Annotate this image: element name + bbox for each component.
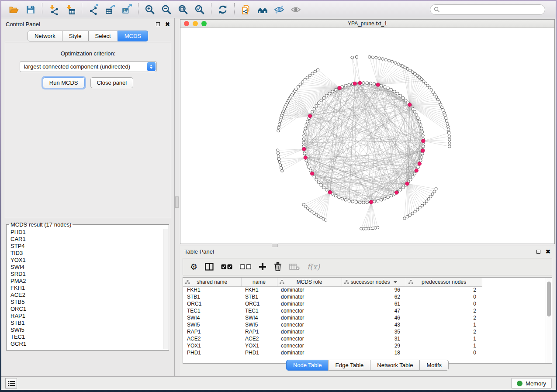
table-cell[interactable]: 43	[342, 321, 406, 328]
tab-network-table[interactable]: Network Table	[370, 360, 420, 371]
table-cell[interactable]: SWI4	[183, 314, 241, 321]
import-network-button[interactable]	[45, 3, 62, 17]
table-cell[interactable]: SWI5	[183, 321, 241, 328]
show-all-button[interactable]	[287, 3, 304, 17]
network-canvas[interactable]	[180, 28, 554, 244]
mcds-result-item[interactable]: ACE2	[7, 292, 163, 299]
refresh-button[interactable]	[214, 3, 231, 17]
close-panel-icon[interactable]: ✖	[165, 21, 170, 27]
hide-selected-button[interactable]	[271, 3, 287, 17]
delete-column-button[interactable]	[274, 260, 282, 273]
column-header-name[interactable]: name	[241, 278, 277, 286]
mcds-result-scrollbar[interactable]	[163, 229, 168, 349]
mcds-result-item[interactable]: TID3	[7, 250, 163, 257]
tab-select[interactable]: Select	[88, 31, 118, 41]
close-window-light[interactable]	[184, 21, 189, 26]
table-cell[interactable]: YOX1	[183, 342, 241, 349]
tab-network[interactable]: Network	[28, 31, 62, 41]
table-cell[interactable]: 46	[342, 314, 406, 321]
export-table-button[interactable]	[102, 3, 118, 17]
table-row[interactable]: YOX1YOX1connector291	[183, 342, 482, 349]
mcds-result-item[interactable]: YOX1	[7, 257, 163, 264]
table-scrollbar[interactable]	[546, 278, 551, 363]
table-cell[interactable]: 18	[342, 349, 406, 356]
optimization-criterion-select[interactable]: largest connected component (undirected)	[20, 61, 157, 72]
table-cell[interactable]: dominator	[277, 293, 342, 300]
table-cell[interactable]: 2	[406, 286, 482, 293]
table-cell[interactable]: dominator	[277, 328, 342, 335]
table-cell[interactable]: PHD1	[241, 349, 277, 356]
table-cell[interactable]: ACE2	[241, 335, 277, 342]
table-cell[interactable]: RAP1	[241, 328, 277, 335]
table-cell[interactable]: 96	[342, 286, 406, 293]
horizontal-splitter-grip[interactable]	[272, 244, 278, 247]
table-cell[interactable]: dominator	[277, 314, 342, 321]
show-panels-button[interactable]	[5, 378, 17, 389]
table-cell[interactable]: STB1	[183, 293, 241, 300]
mcds-result-item[interactable]: PHD1	[7, 229, 163, 236]
column-header-shared-name[interactable]: shared name	[183, 278, 241, 286]
zoom-out-button[interactable]	[158, 3, 175, 17]
table-cell[interactable]: YOX1	[241, 342, 277, 349]
maximize-window-light[interactable]	[201, 21, 207, 26]
create-column-button[interactable]	[259, 260, 266, 273]
table-cell[interactable]: 2	[406, 314, 482, 321]
close-table-panel-icon[interactable]: ✖	[546, 249, 550, 254]
select-all-columns-button[interactable]	[221, 260, 232, 273]
column-header-MCDS-role[interactable]: MCDS role	[277, 278, 342, 286]
table-cell[interactable]: SWI5	[241, 321, 277, 328]
table-cell[interactable]: TEC1	[183, 307, 241, 314]
table-cell[interactable]: 1	[406, 342, 482, 349]
table-scrollbar-thumb[interactable]	[547, 282, 551, 316]
function-builder-button[interactable]: f(x)	[307, 260, 320, 273]
table-row[interactable]: ACE2ACE2connector311	[183, 335, 482, 342]
table-cell[interactable]: 2	[406, 328, 482, 335]
run-mcds-button[interactable]: Run MCDS	[43, 77, 85, 88]
table-cell[interactable]: 35	[342, 328, 406, 335]
table-row[interactable]: ORC1ORC1dominator610	[183, 300, 482, 307]
mcds-result-item[interactable]: SWI5	[7, 327, 163, 334]
import-table-button[interactable]	[62, 3, 79, 17]
duplicate-network-button[interactable]	[238, 3, 254, 17]
tab-motifs[interactable]: Motifs	[419, 360, 449, 371]
unselect-all-columns-button[interactable]	[240, 260, 251, 273]
table-cell[interactable]: TEC1	[241, 307, 277, 314]
table-cell[interactable]: dominator	[277, 300, 342, 307]
delete-table-button[interactable]	[289, 260, 300, 273]
float-panel-icon[interactable]	[156, 22, 160, 26]
table-cell[interactable]: STB1	[241, 293, 277, 300]
mcds-result-item[interactable]: SRD1	[7, 271, 163, 278]
table-cell[interactable]: connector	[277, 335, 342, 342]
table-cell[interactable]: connector	[277, 321, 342, 328]
table-cell[interactable]: ACE2	[183, 335, 241, 342]
mcds-result-item[interactable]: FKH1	[7, 285, 163, 292]
table-cell[interactable]: 0	[406, 349, 482, 356]
table-settings-button[interactable]: ⚙	[190, 260, 197, 273]
table-cell[interactable]: FKH1	[241, 286, 277, 293]
table-cell[interactable]: 61	[342, 300, 406, 307]
zoom-fit-button[interactable]	[175, 3, 191, 17]
export-network-button[interactable]	[85, 3, 102, 17]
table-cell[interactable]: 47	[342, 307, 406, 314]
column-header-predecessor-nodes[interactable]: predecessor nodes	[406, 278, 482, 286]
table-row[interactable]: TEC1TEC1connector472	[183, 307, 482, 314]
table-cell[interactable]: 31	[342, 335, 406, 342]
table-row[interactable]: SWI4SWI4dominator462	[183, 314, 482, 321]
export-image-button[interactable]	[118, 3, 135, 17]
splitter-grip[interactable]	[175, 196, 179, 208]
mcds-result-item[interactable]: TEC1	[7, 334, 163, 340]
minimize-window-light[interactable]	[193, 21, 198, 26]
mcds-result-item[interactable]: STP4	[7, 243, 163, 250]
table-cell[interactable]: dominator	[277, 349, 342, 356]
table-cell[interactable]: PHD1	[183, 349, 241, 356]
mcds-result-item[interactable]: PMA2	[7, 278, 163, 285]
save-button[interactable]	[22, 3, 39, 17]
table-cell[interactable]: 0	[406, 293, 482, 300]
table-cell[interactable]: 1	[406, 321, 482, 328]
search-input[interactable]	[443, 7, 541, 13]
close-panel-button[interactable]: Close panel	[90, 77, 134, 88]
table-cell[interactable]: 1	[406, 335, 482, 342]
mcds-result-item[interactable]: STB1	[7, 320, 163, 327]
mcds-result-item[interactable]: CAR1	[7, 236, 163, 243]
table-cell[interactable]: connector	[277, 307, 342, 314]
